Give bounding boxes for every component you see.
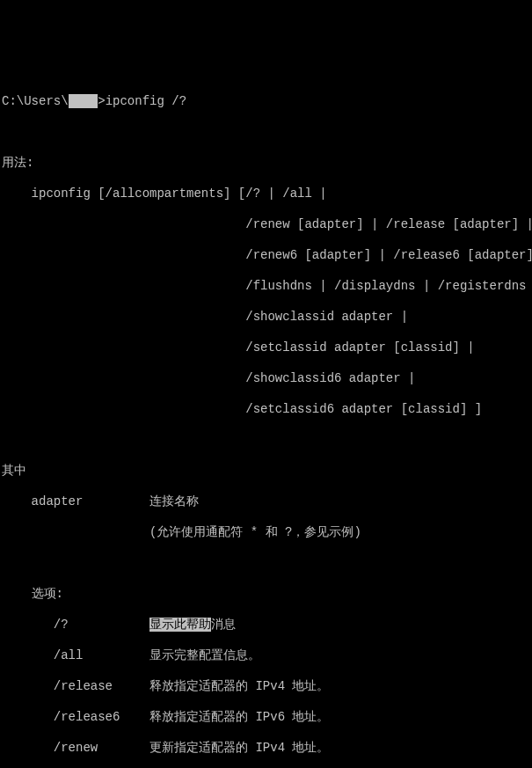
adapter-label: adapter 连接名称 [2,494,532,510]
redacted-user: la [69,94,98,108]
options-header: 选项: [2,587,532,603]
option-line: /? 显示此帮助消息 [2,618,532,633]
usage-line: /renew6 [adapter] | /release6 [adapter] … [2,248,532,264]
usage-line: /setclassid adapter [classid] | [2,340,532,356]
usage-line: /flushdns | /displaydns | /registerdns | [2,279,532,295]
adapter-note: (允许使用通配符 * 和 ?，参见示例) [2,525,532,541]
terminal-output: C:\Users\la >ipconfig /? 用法: ipconfig [/… [0,77,532,769]
option-line: /all 显示完整配置信息。 [2,648,532,664]
usage-line: ipconfig [/allcompartments] [/? | /all | [2,187,532,202]
usage-header: 用法: [2,156,532,172]
usage-line: /setclassid6 adapter [classid] ] [2,402,532,418]
prompt-line: C:\Users\la >ipconfig /? [2,94,532,110]
usage-line: /showclassid6 adapter | [2,371,532,387]
command-text: >ipconfig /? [98,94,186,108]
option-line: /release 释放指定适配器的 IPv4 地址。 [2,679,532,695]
prompt-path: C:\Users\ [2,94,69,108]
where-header: 其中 [2,464,532,479]
option-line: /release6 释放指定适配器的 IPv6 地址。 [2,710,532,726]
usage-line: /showclassid adapter | [2,310,532,325]
usage-line: /renew [adapter] | /release [adapter] | [2,217,532,233]
highlight-text: 显示此帮助 [149,618,211,632]
option-line: /renew 更新指定适配器的 IPv4 地址。 [2,741,532,757]
